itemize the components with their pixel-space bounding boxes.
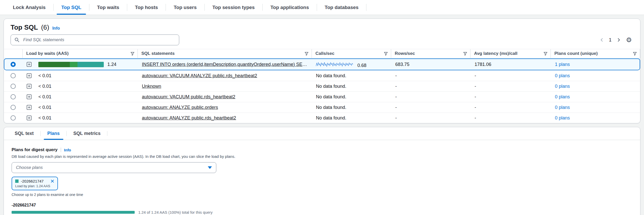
- load-value: 1.24: [107, 62, 116, 67]
- row-radio-button[interactable]: [11, 94, 16, 99]
- expand-cell: [22, 115, 36, 121]
- expand-row-icon[interactable]: [27, 84, 32, 89]
- expand-cell: [22, 94, 36, 99]
- column-header-plans-count[interactable]: Plans count (unique): [551, 49, 640, 58]
- filter-icon[interactable]: [305, 52, 308, 56]
- plans-count-link[interactable]: 0 plans: [551, 115, 640, 121]
- tab-sql-metrics[interactable]: SQL metrics: [67, 127, 107, 140]
- filter-icon[interactable]: [633, 52, 637, 56]
- column-header-label: Plans count (unique): [554, 51, 598, 56]
- tab-plans[interactable]: Plans: [41, 127, 66, 140]
- tab-top-session-types[interactable]: Top session types: [205, 0, 262, 15]
- tab-top-hosts[interactable]: Top hosts: [127, 0, 166, 15]
- tab-top-databases[interactable]: Top databases: [317, 0, 366, 15]
- plans-count-link[interactable]: 0 plans: [551, 105, 640, 110]
- column-header-load[interactable]: Load by waits (AAS): [22, 49, 138, 58]
- filter-icon[interactable]: [384, 52, 388, 56]
- load-value: < 0.01: [38, 73, 51, 79]
- sql-statement-link[interactable]: Unknown: [138, 84, 312, 89]
- plans-info-link[interactable]: Info: [64, 148, 71, 152]
- expand-cell: [22, 73, 36, 78]
- load-value: < 0.01: [38, 115, 51, 121]
- column-header-calls[interactable]: Calls/sec: [312, 49, 391, 58]
- avg-latency-value: -: [470, 115, 551, 121]
- filter-icon[interactable]: [544, 52, 547, 56]
- plans-section-title: Plans for digest query: [12, 147, 58, 152]
- tab-lock-analysis[interactable]: Lock Analysis: [5, 0, 53, 15]
- expand-row-icon[interactable]: [27, 94, 32, 99]
- column-header-label: Avg latency (ms)/call: [474, 51, 518, 56]
- plans-count-link[interactable]: 1 plans: [551, 62, 640, 67]
- table-row: 1.24 INSERT INTO orders (orderId,itemDes…: [4, 58, 640, 70]
- expand-cell: [22, 84, 36, 89]
- column-header-sql[interactable]: SQL statements: [138, 49, 312, 58]
- plans-count-link[interactable]: 0 plans: [551, 84, 640, 89]
- top-sql-panel: Top SQL (6) Info 1 ⚙: [4, 19, 640, 123]
- search-box: [11, 35, 179, 45]
- load-by-waits-bar: [38, 62, 104, 67]
- sql-statement-link[interactable]: INSERT INTO orders (orderId,itemDescript…: [138, 62, 312, 67]
- tab-divider: [366, 4, 366, 11]
- table-row: < 0.01 autovacuum: VACUUM ANALYZE public…: [4, 70, 640, 81]
- close-icon: [50, 179, 54, 183]
- load-cell: < 0.01: [36, 105, 138, 110]
- load-value: < 0.01: [38, 105, 51, 110]
- avg-latency-value: -: [470, 73, 551, 79]
- avg-latency-value: 1781.06: [470, 62, 551, 67]
- pagination: 1 ⚙: [600, 37, 633, 43]
- tab-top-users[interactable]: Top users: [166, 0, 204, 15]
- sql-statement-link[interactable]: autovacuum: ANALYZE public.rds_heartbeat…: [138, 115, 312, 121]
- table-row: < 0.01 autovacuum: VACUUM public.rds_hea…: [4, 91, 640, 102]
- row-radio-button[interactable]: [11, 115, 16, 121]
- tab-top-waits[interactable]: Top waits: [89, 0, 127, 15]
- rows-per-sec-value: -: [391, 94, 470, 100]
- calls-cell: 0.68: [312, 61, 391, 68]
- filter-icon[interactable]: [463, 52, 467, 56]
- selection-column-header: [4, 49, 22, 58]
- column-header-avg-latency[interactable]: Avg latency (ms)/call: [470, 49, 551, 58]
- gear-icon: ⚙: [626, 37, 632, 43]
- expand-row-icon[interactable]: [27, 115, 32, 121]
- table-settings-button[interactable]: ⚙: [626, 37, 632, 43]
- search-input[interactable]: [23, 37, 175, 43]
- expand-row-icon[interactable]: [27, 62, 32, 67]
- rows-per-sec-value: 683.75: [391, 62, 470, 67]
- expand-row-icon[interactable]: [27, 105, 32, 110]
- table-row: < 0.01 autovacuum: ANALYZE public.rds_he…: [4, 113, 640, 123]
- plans-count-link[interactable]: 0 plans: [551, 94, 640, 100]
- filter-icon[interactable]: [131, 52, 134, 56]
- sql-statement-link[interactable]: autovacuum: ANALYZE public.orders: [138, 105, 312, 110]
- row-radio-button[interactable]: [11, 73, 16, 78]
- chip-dismiss-button[interactable]: [50, 179, 54, 183]
- tab-sql-text[interactable]: SQL text: [8, 127, 40, 140]
- rows-per-sec-value: -: [391, 105, 470, 110]
- choose-plans-select[interactable]: Choose plans: [12, 162, 216, 173]
- column-header-label: Rows/sec: [395, 51, 415, 56]
- plans-count-link[interactable]: 0 plans: [551, 73, 640, 79]
- calls-value: No data found.: [312, 84, 391, 89]
- column-header-rows[interactable]: Rows/sec: [391, 49, 470, 58]
- sql-statement-link[interactable]: autovacuum: VACUUM public.rds_heartbeat2: [138, 94, 312, 100]
- expand-row-icon[interactable]: [27, 73, 32, 78]
- load-cell: < 0.01: [36, 84, 138, 89]
- next-page-button[interactable]: [617, 38, 620, 42]
- plan-id: -2026621747: [12, 203, 633, 208]
- row-radio-button[interactable]: [11, 84, 16, 89]
- select-placeholder: Choose plans: [16, 165, 43, 170]
- plan-color-swatch: [15, 179, 19, 183]
- tab-top-sql[interactable]: Top SQL: [54, 0, 89, 15]
- sql-statement-link[interactable]: autovacuum: VACUUM ANALYZE public.rds_he…: [138, 73, 312, 79]
- calls-value: 0.68: [357, 63, 366, 68]
- result-count: (6): [41, 23, 49, 31]
- load-value: < 0.01: [38, 84, 51, 89]
- load-cell: < 0.01: [36, 73, 138, 79]
- top-sql-info-link[interactable]: Info: [52, 26, 60, 31]
- expand-cell: [22, 105, 36, 110]
- row-radio-button[interactable]: [11, 105, 16, 110]
- top-tab-bar: Lock Analysis Top SQL Top waits Top host…: [0, 0, 644, 15]
- prev-page-button[interactable]: [600, 38, 603, 42]
- tab-top-applications[interactable]: Top applications: [263, 0, 317, 15]
- table-row: < 0.01 Unknown No data found. - - 0 plan…: [4, 81, 640, 91]
- calls-value: No data found.: [312, 94, 391, 100]
- row-radio-button[interactable]: [11, 62, 16, 67]
